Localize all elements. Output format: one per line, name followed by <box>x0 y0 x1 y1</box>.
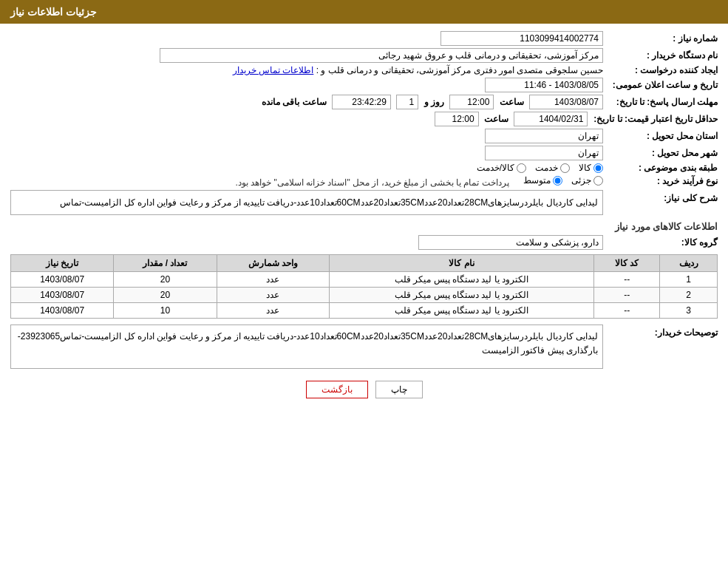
ostan-label: استان محل تحویل : <box>603 131 718 141</box>
hadaqal-value: 1404/02/31 ساعت 12:00 <box>10 112 588 126</box>
shahr-label: شهر محل تحویل : <box>603 148 718 158</box>
sherh-label: شرح کلی نیاز: <box>603 190 718 203</box>
cell-naam: الکترود یا لید دستگاه پیس میکر قلب <box>330 271 594 287</box>
nam-dastgah-value: مرکز آموزشی، تحقیقاتی و درمانی قلب و عرو… <box>10 48 603 63</box>
ijad-link[interactable]: اطلاعات تماس خریدار <box>233 65 314 75</box>
tabaqe-row: طبقه بندی موضوعی : کالا خدمت کالا/خدمت <box>10 163 718 173</box>
page-header: جزئیات اطلاعات نیاز <box>0 0 728 24</box>
cell-vahed: عدد <box>217 302 329 318</box>
hadaqal-saat-label: ساعت <box>484 114 508 124</box>
print-button[interactable]: چاپ <box>375 381 423 398</box>
cell-tarikh: 1403/08/07 <box>11 302 114 318</box>
cell-tedad: 20 <box>114 271 217 287</box>
hadaqal-row: حداقل تاریخ اعتبار قیمت: تا تاریخ: 1404/… <box>10 112 718 126</box>
ostan-box: تهران <box>485 129 603 143</box>
nove-farayand-value: جزئی متوسط پرداخت تمام یا بخشی از مبلغ خ… <box>10 175 603 188</box>
cell-tarikh: 1403/08/07 <box>11 287 114 302</box>
tabaqe-kala-khedmat-label: کالا/خدمت <box>477 163 514 173</box>
col-tarikh: تاریخ نیاز <box>11 254 114 271</box>
table-row: 2--الکترود یا لید دستگاه پیس میکر قلبعدد… <box>11 287 718 302</box>
cell-radif: 3 <box>660 302 718 318</box>
cell-kod: -- <box>594 271 660 287</box>
nove-desc: پرداخت تمام یا بخشی از مبلغ خرید، از محل… <box>235 177 508 188</box>
tabaqe-khedmat-label: خدمت <box>535 163 558 173</box>
sherh-box: لیدایی کاردیال بایلر‌درسایزهای28CM‌تعداد… <box>10 190 603 215</box>
nam-dastgah-label: نام دستگاه خریدار : <box>603 50 718 61</box>
shahr-row: شهر محل تحویل : تهران <box>10 146 718 160</box>
jazei-radio[interactable] <box>593 176 603 186</box>
mohlat-row: مهلت ارسال پاسخ: تا تاریخ: 1403/08/07 سا… <box>10 95 718 109</box>
jazei-option[interactable]: جزئی <box>571 175 603 186</box>
cell-radif: 1 <box>660 271 718 287</box>
motavasset-label: متوسط <box>523 175 551 186</box>
back-button[interactable]: بازگشت <box>306 381 368 398</box>
goods-table: ردیف کد کالا نام کالا واحد شمارش تعداد /… <box>10 254 718 319</box>
col-naam: نام کالا <box>330 254 594 271</box>
ostan-value: تهران <box>10 129 603 143</box>
cell-vahed: عدد <box>217 287 329 302</box>
cell-tedad: 20 <box>114 287 217 302</box>
cell-tedad: 10 <box>114 302 217 318</box>
ijad-row: ایجاد کننده درخواست : حسین سلجوقی متصدی … <box>10 65 718 75</box>
cell-naam: الکترود یا لید دستگاه پیس میکر قلب <box>330 302 594 318</box>
nam-dastgah-row: نام دستگاه خریدار : مرکز آموزشی، تحقیقات… <box>10 48 718 63</box>
sherh-value: لیدایی کاردیال بایلر‌درسایزهای28CM‌تعداد… <box>10 190 603 215</box>
shomara-niaz-label: شماره نیاز : <box>603 33 718 44</box>
tabaqe-khedmat-option[interactable]: خدمت <box>535 163 570 173</box>
col-tedad: تعداد / مقدار <box>114 254 217 271</box>
shahr-value: تهران <box>10 146 603 160</box>
gorooh-value: دارو، پزشکی و سلامت <box>10 235 603 250</box>
tawsif-value: لیدایی کاردیال بایلر‌درسایزهای28CM‌تعداد… <box>10 325 603 369</box>
motavasset-option[interactable]: متوسط <box>523 175 562 186</box>
shomara-niaz-value: 1103099414002774 <box>10 31 603 46</box>
cell-radif: 2 <box>660 287 718 302</box>
page-wrapper: جزئیات اطلاعات نیاز شماره نیاز : 1103099… <box>0 0 728 581</box>
page-title: جزئیات اطلاعات نیاز <box>10 6 97 18</box>
ostan-row: استان محل تحویل : تهران <box>10 129 718 143</box>
mohlat-saat-label: ساعت <box>500 97 524 107</box>
tabaqe-kala-option[interactable]: کالا <box>579 163 603 173</box>
tabaqe-kala-radio[interactable] <box>593 163 603 173</box>
col-kod: کد کالا <box>594 254 660 271</box>
shomara-niaz-row: شماره نیاز : 1103099414002774 <box>10 31 718 46</box>
shahr-box: تهران <box>485 146 603 160</box>
mohlat-date-box: 1403/08/07 <box>529 95 603 109</box>
hadaqal-date-box: 1404/02/31 <box>514 112 588 126</box>
mohlat-saat-box: 12:00 <box>449 95 494 109</box>
tabaqe-khedmat-radio[interactable] <box>560 163 570 173</box>
goods-table-head: ردیف کد کالا نام کالا واحد شمارش تعداد /… <box>11 254 718 271</box>
sherh-row: شرح کلی نیاز: لیدایی کاردیال بایلر‌درسای… <box>10 190 718 215</box>
nam-dastgah-box: مرکز آموزشی، تحقیقاتی و درمانی قلب و عرو… <box>160 48 603 63</box>
tawsif-label: توصیحات خریدار: <box>603 325 718 338</box>
cell-kod: -- <box>594 302 660 318</box>
col-radif: ردیف <box>660 254 718 271</box>
nove-options: جزئی متوسط <box>523 175 603 186</box>
bottom-buttons: چاپ بازگشت <box>10 381 718 398</box>
tarikh-elan-value: 1403/08/05 - 11:46 <box>10 78 603 92</box>
tabaqe-kala-label: کالا <box>579 163 591 173</box>
hadaqal-saat-box: 12:00 <box>435 112 479 126</box>
ijad-text: حسین سلجوقی متصدی امور دفتری مرکز آموزشی… <box>316 65 603 75</box>
tabaqe-options: کالا خدمت کالا/خدمت <box>10 163 603 173</box>
motavasset-radio[interactable] <box>553 176 562 186</box>
tabaqe-kala-khedmat-option[interactable]: کالا/خدمت <box>477 163 526 173</box>
cell-naam: الکترود یا لید دستگاه پیس میکر قلب <box>330 287 594 302</box>
gorooh-label: گروه کالا: <box>603 237 718 248</box>
cell-tarikh: 1403/08/07 <box>11 271 114 287</box>
tabaqe-kala-khedmat-radio[interactable] <box>517 163 526 173</box>
mohlat-value: 1403/08/07 ساعت 12:00 روز و 1 23:42:29 س… <box>10 95 603 109</box>
nove-farayand-label: نوع فرآیند خرید : <box>603 176 718 186</box>
gorooh-box: دارو، پزشکی و سلامت <box>418 235 603 250</box>
tawsif-row: توصیحات خریدار: لیدایی کاردیال بایلر‌درس… <box>10 325 718 369</box>
goods-table-body: 1--الکترود یا لید دستگاه پیس میکر قلبعدد… <box>11 271 718 318</box>
hadaqal-label: حداقل تاریخ اعتبار قیمت: تا تاریخ: <box>588 114 718 124</box>
mohlat-baqi-box: 23:42:29 <box>332 95 391 109</box>
tarikh-elan-box: 1403/08/05 - 11:46 <box>485 78 603 92</box>
mohlat-baqi-label: ساعت باقی مانده <box>262 97 327 107</box>
gorooh-row: گروه کالا: دارو، پزشکی و سلامت <box>10 235 718 250</box>
cell-kod: -- <box>594 287 660 302</box>
ijad-label: ایجاد کننده درخواست : <box>603 65 718 75</box>
goods-table-header-row: ردیف کد کالا نام کالا واحد شمارش تعداد /… <box>11 254 718 271</box>
mohlat-rooz-label: روز و <box>424 97 444 107</box>
cell-vahed: عدد <box>217 271 329 287</box>
